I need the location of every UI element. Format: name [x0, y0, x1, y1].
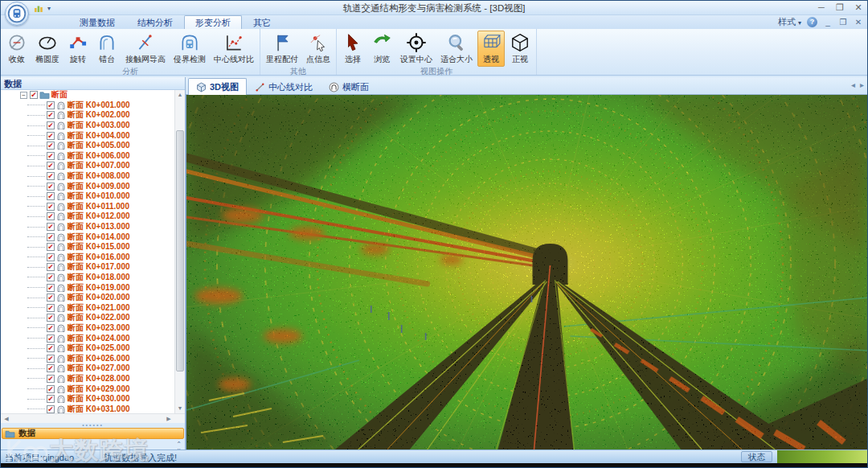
checkbox-checked[interactable]: ✔ [47, 344, 55, 352]
tree-item-row[interactable]: ✔断面 K0+025.000 [1, 343, 185, 354]
tree-item-row[interactable]: ✔断面 K0+026.000 [1, 353, 185, 363]
toolbar-button-front-view[interactable]: 正视 [506, 31, 534, 67]
view-tab-3D视图[interactable]: 3D视图 [188, 78, 247, 95]
checkbox-checked[interactable]: ✔ [47, 233, 55, 241]
toolbar-button-centerline[interactable]: 中心线对比 [211, 31, 257, 67]
checkbox-checked[interactable]: ✔ [47, 314, 55, 322]
quick-access-dropdown-icon[interactable]: ▾ [47, 5, 51, 12]
checkbox-checked[interactable]: ✔ [47, 263, 55, 271]
tree-item-row[interactable]: ✔断面 K0+004.000 [1, 130, 185, 141]
tunnel-3d-viewport[interactable] [186, 95, 868, 450]
checkbox-checked[interactable]: ✔ [47, 212, 55, 220]
data-panel-collapsed-bar[interactable]: 数据 [2, 428, 184, 439]
ribbon-tab-其它[interactable]: 其它 [242, 15, 282, 29]
close-button[interactable]: ✕ [853, 2, 864, 14]
tree-item-row[interactable]: ✔断面 K0+011.000 [1, 202, 185, 212]
ribbon-tab-形变分析[interactable]: 形变分析 [184, 15, 242, 29]
tree-item-row[interactable]: ✔断面 K0+027.000 [1, 363, 185, 374]
status-state-button[interactable]: 状态 [741, 451, 772, 462]
checkbox-checked[interactable]: ✔ [47, 273, 55, 281]
tree-item-row[interactable]: ✔断面 K0+024.000 [1, 333, 185, 343]
toolbar-button-convergence[interactable]: 收敛 [3, 31, 31, 67]
tree-item-row[interactable]: ✔断面 K0+007.000 [1, 161, 185, 171]
checkbox-checked[interactable]: ✔ [47, 335, 55, 343]
toolbar-button-mileage[interactable]: 里程配付 [263, 31, 301, 67]
tree-item-row[interactable]: ✔断面 K0+015.000 [1, 242, 185, 252]
checkbox-checked[interactable]: ✔ [47, 101, 55, 109]
tree-item-row[interactable]: ✔断面 K0+019.000 [1, 282, 185, 293]
tree-item-row[interactable]: ✔断面 K0+016.000 [1, 252, 185, 263]
checkbox-checked[interactable]: ✔ [47, 142, 55, 150]
toolbar-button-rotate[interactable]: 旋转 [64, 31, 92, 67]
tree-item-row[interactable]: ✔断面 K0+005.000 [1, 141, 185, 151]
tree-item-row[interactable]: ✔断面 K0+003.000 [1, 121, 185, 131]
toolbar-button-perspective[interactable]: 透视 [477, 31, 505, 67]
tree-item-row[interactable]: ✔断面 K0+030.000 [1, 394, 185, 404]
tree-item-row[interactable]: ✔断面 K0+021.000 [1, 302, 185, 313]
quick-access-chart-icon[interactable] [33, 2, 44, 14]
tree-item-row[interactable]: ✔断面 K0+010.000 [1, 191, 185, 202]
help-icon[interactable]: ? [807, 17, 817, 27]
checkbox-checked[interactable]: ✔ [47, 223, 55, 231]
tree-item-row[interactable]: ✔断面 K0+018.000 [1, 273, 185, 283]
tree-item-row[interactable]: ✔断面 K0+013.000 [1, 222, 185, 232]
restore-button[interactable]: ❐ [834, 2, 845, 14]
tree-root-row[interactable]: −✔断面 [1, 90, 185, 101]
toolbar-button-ellipticity[interactable]: 椭圆度 [32, 31, 63, 67]
checkbox-checked[interactable]: ✔ [47, 111, 55, 119]
ribbon-tab-结构分析[interactable]: 结构分析 [126, 15, 184, 29]
tree-item-row[interactable]: ✔断面 K0+001.000 [1, 101, 185, 111]
tree-item-row[interactable]: ✔断面 K0+014.000 [1, 232, 185, 242]
checkbox-checked[interactable]: ✔ [47, 152, 55, 160]
checkbox-checked[interactable]: ✔ [47, 284, 55, 292]
checkbox-checked[interactable]: ✔ [47, 375, 55, 383]
tree-item-row[interactable]: ✔断面 K0+017.000 [1, 262, 185, 273]
checkbox-checked[interactable]: ✔ [47, 405, 55, 413]
checkbox-checked[interactable]: ✔ [47, 192, 55, 200]
checkbox-checked[interactable]: ✔ [47, 324, 55, 332]
tab-scroll-right-icon[interactable]: ▸ [860, 80, 864, 89]
scroll-down-icon[interactable]: ▼ [175, 404, 185, 413]
tree-item-row[interactable]: ✔断面 K0+012.000 [1, 211, 185, 222]
toolbar-button-catenary[interactable]: 接触网导高 [122, 31, 169, 67]
checkbox-checked[interactable]: ✔ [47, 385, 55, 393]
mdi-minimize-button[interactable]: _ [823, 18, 833, 27]
tree-item-row[interactable]: ✔断面 K0+022.000 [1, 313, 185, 323]
checkbox-checked[interactable]: ✔ [47, 183, 55, 191]
checkbox-checked[interactable]: ✔ [47, 355, 55, 363]
checkbox-checked[interactable]: ✔ [47, 162, 55, 170]
toolbar-button-point-info[interactable]: 点信息 [303, 31, 334, 67]
toolbar-button-select[interactable]: 选择 [339, 31, 366, 67]
tree-item-row[interactable]: ✔断面 K0+028.000 [1, 374, 185, 384]
tab-scroll-left-icon[interactable]: ◂ [851, 80, 855, 89]
checkbox-checked[interactable]: ✔ [47, 172, 55, 180]
checkbox-checked[interactable]: ✔ [47, 203, 55, 211]
tree-item-row[interactable]: ✔断面 K0+009.000 [1, 181, 185, 191]
minimize-button[interactable]: ─ [816, 2, 827, 14]
tree-collapse-icon[interactable]: − [20, 92, 27, 99]
tree-item-row[interactable]: ✔断面 K0+029.000 [1, 384, 185, 394]
tree-item-row[interactable]: ✔断面 K0+023.000 [1, 323, 185, 334]
checkbox-checked[interactable]: ✔ [47, 121, 55, 129]
checkbox-checked[interactable]: ✔ [47, 294, 55, 302]
checkbox-checked[interactable]: ✔ [47, 132, 55, 140]
style-dropdown[interactable]: 样式 ▾ [778, 16, 801, 28]
tree-item-row[interactable]: ✔断面 K0+020.000 [1, 293, 185, 303]
toolbar-button-set-center[interactable]: 设置中心 [397, 31, 436, 67]
toolbar-button-fit-size[interactable]: 适合大小 [437, 31, 476, 67]
checkbox-checked[interactable]: ✔ [47, 253, 55, 261]
view-tab-中心线对比[interactable]: 中心线对比 [247, 79, 321, 95]
checkbox-checked[interactable]: ✔ [30, 91, 38, 99]
checkbox-checked[interactable]: ✔ [47, 243, 55, 251]
tree-item-row[interactable]: ✔断面 K0+031.000 [1, 404, 185, 413]
tree-item-row[interactable]: ✔断面 K0+006.000 [1, 151, 185, 162]
mdi-close-button[interactable]: ✕ [854, 18, 863, 27]
tree-vertical-scrollbar[interactable]: ▲▼ [174, 90, 185, 413]
toolbar-button-browse[interactable]: 浏览 [368, 31, 395, 67]
mdi-restore-button[interactable]: ❐ [838, 18, 848, 27]
toolbar-button-clearance[interactable]: 侵界检测 [170, 31, 209, 67]
scroll-up-icon[interactable]: ▲ [175, 90, 185, 100]
tree-item-row[interactable]: ✔断面 K0+008.000 [1, 171, 185, 182]
checkbox-checked[interactable]: ✔ [47, 364, 55, 372]
toolbar-button-stagger[interactable]: 错台 [93, 31, 121, 67]
